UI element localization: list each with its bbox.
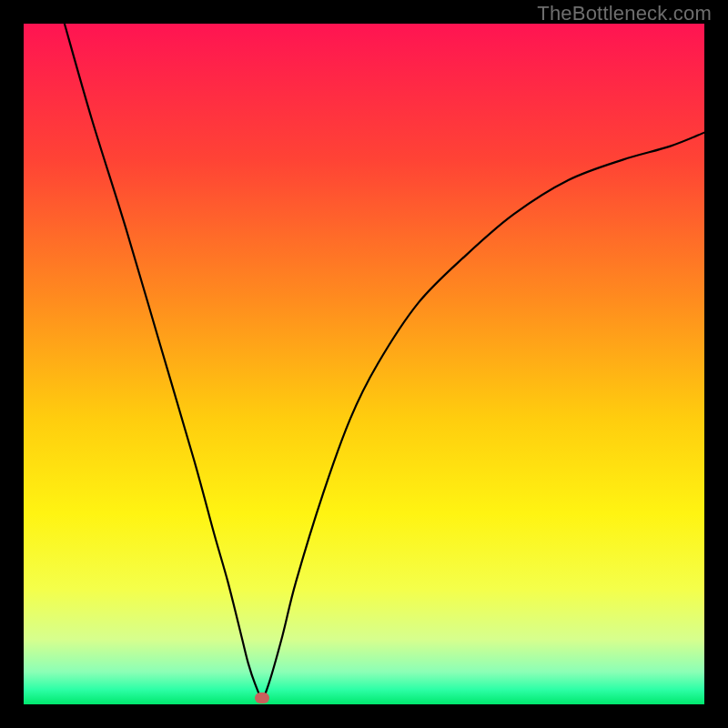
bottleneck-curve (24, 24, 704, 704)
optimal-point-marker (255, 693, 269, 703)
watermark-text: TheBottleneck.com (537, 2, 712, 25)
plot-area (24, 24, 704, 704)
